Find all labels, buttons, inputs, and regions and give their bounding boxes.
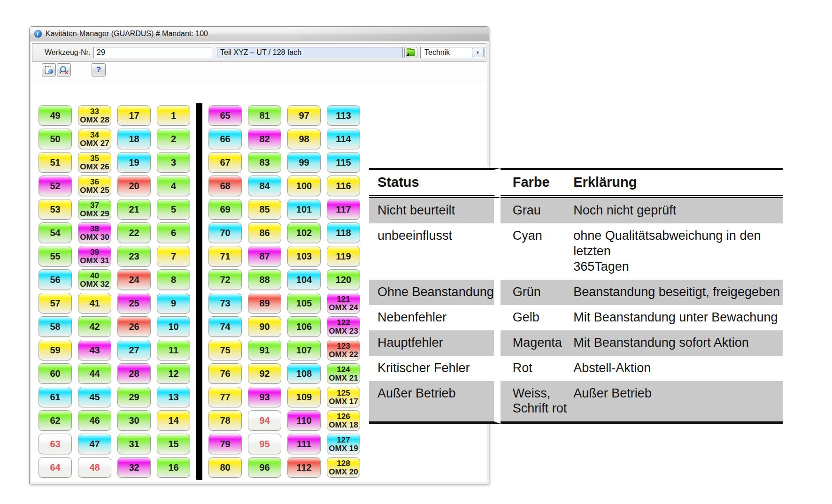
cavity-cell-56[interactable]: 56 [39, 269, 72, 290]
cavity-cell-70[interactable]: 70 [208, 222, 242, 243]
cavity-cell-34[interactable]: 34OMX 27 [78, 129, 111, 149]
tool-overview-button[interactable] [42, 63, 56, 76]
help-button[interactable]: ? [92, 63, 106, 76]
cavity-cell-58[interactable]: 58 [39, 316, 72, 337]
cavity-cell-97[interactable]: 97 [287, 105, 321, 126]
cavity-cell-46[interactable]: 46 [78, 410, 111, 431]
cavity-cell-114[interactable]: 114 [327, 129, 360, 149]
cavity-cell-59[interactable]: 59 [39, 340, 72, 360]
cavity-cell-128[interactable]: 128OMX 20 [327, 457, 360, 478]
cavity-cell-23[interactable]: 23 [117, 246, 151, 267]
cavity-cell-113[interactable]: 113 [327, 105, 360, 126]
cavity-cell-122[interactable]: 122OMX 23 [327, 316, 360, 337]
cavity-cell-35[interactable]: 35OMX 26 [78, 152, 111, 173]
cavity-cell-61[interactable]: 61 [39, 387, 72, 407]
cavity-cell-124[interactable]: 124OMX 21 [327, 363, 360, 384]
cavity-cell-27[interactable]: 27 [117, 340, 151, 360]
cavity-cell-85[interactable]: 85 [248, 199, 281, 220]
cavity-cell-64[interactable]: 64 [39, 457, 72, 478]
cavity-cell-126[interactable]: 126OMX 18 [327, 410, 360, 431]
category-combobox[interactable]: Technik ▼ [420, 47, 485, 58]
cavity-cell-12[interactable]: 12 [157, 363, 190, 384]
cavity-cell-44[interactable]: 44 [78, 363, 111, 384]
cavity-cell-81[interactable]: 81 [248, 105, 281, 126]
cavity-cell-31[interactable]: 31 [117, 434, 151, 454]
cavity-cell-26[interactable]: 26 [117, 316, 151, 337]
cavity-cell-29[interactable]: 29 [117, 387, 151, 407]
cavity-cell-38[interactable]: 38OMX 30 [78, 222, 111, 243]
cavity-cell-16[interactable]: 16 [157, 457, 190, 478]
cavity-cell-4[interactable]: 4 [157, 176, 190, 196]
cavity-cell-57[interactable]: 57 [39, 293, 72, 313]
cavity-cell-103[interactable]: 103 [287, 246, 321, 267]
cavity-cell-8[interactable]: 8 [157, 269, 190, 290]
cavity-cell-3[interactable]: 3 [157, 152, 190, 173]
cavity-cell-30[interactable]: 30 [117, 410, 151, 431]
cavity-cell-80[interactable]: 80 [208, 457, 242, 478]
cavity-cell-120[interactable]: 120 [327, 269, 360, 290]
cavity-cell-21[interactable]: 21 [117, 199, 151, 220]
cavity-cell-121[interactable]: 121OMX 24 [327, 293, 360, 313]
cavity-cell-48[interactable]: 48 [78, 457, 111, 478]
cavity-cell-45[interactable]: 45 [78, 387, 111, 407]
cavity-cell-82[interactable]: 82 [248, 129, 281, 149]
cavity-cell-71[interactable]: 71 [208, 246, 242, 267]
cavity-cell-119[interactable]: 119 [327, 246, 360, 267]
cavity-cell-20[interactable]: 20 [117, 176, 151, 196]
cavity-cell-2[interactable]: 2 [157, 129, 190, 149]
cavity-cell-96[interactable]: 96 [248, 457, 281, 478]
cavity-cell-54[interactable]: 54 [39, 222, 72, 243]
cavity-cell-28[interactable]: 28 [117, 363, 151, 384]
cavity-cell-90[interactable]: 90 [248, 316, 281, 337]
part-description-input[interactable] [217, 47, 403, 58]
cavity-cell-47[interactable]: 47 [78, 434, 111, 454]
cavity-cell-91[interactable]: 91 [248, 340, 281, 360]
cavity-cell-39[interactable]: 39OMX 31 [78, 246, 111, 267]
cavity-cell-125[interactable]: 125OMX 17 [327, 387, 360, 407]
cavity-cell-68[interactable]: 68 [208, 176, 242, 196]
cavity-cell-32[interactable]: 32 [117, 457, 151, 478]
cavity-cell-52[interactable]: 52 [39, 176, 72, 196]
cavity-cell-101[interactable]: 101 [287, 199, 321, 220]
cavity-cell-74[interactable]: 74 [208, 316, 242, 337]
cavity-cell-78[interactable]: 78 [208, 410, 242, 431]
cavity-cell-108[interactable]: 108 [287, 363, 321, 384]
cavity-cell-7[interactable]: 7 [157, 246, 190, 267]
cavity-cell-50[interactable]: 50 [39, 129, 72, 149]
cavity-cell-65[interactable]: 65 [208, 105, 242, 126]
cavity-cell-110[interactable]: 110 [287, 410, 321, 431]
cavity-cell-117[interactable]: 117 [327, 199, 360, 220]
cavity-cell-127[interactable]: 127OMX 19 [327, 434, 360, 454]
cavity-cell-115[interactable]: 115 [327, 152, 360, 173]
cavity-cell-25[interactable]: 25 [117, 293, 151, 313]
cavity-cell-22[interactable]: 22 [117, 222, 151, 243]
cavity-cell-118[interactable]: 118 [327, 222, 360, 243]
cavity-cell-67[interactable]: 67 [208, 152, 242, 173]
cavity-cell-53[interactable]: 53 [39, 199, 72, 220]
cavity-cell-76[interactable]: 76 [208, 363, 242, 384]
cavity-cell-19[interactable]: 19 [117, 152, 151, 173]
cavity-cell-105[interactable]: 105 [287, 293, 321, 313]
cavity-cell-15[interactable]: 15 [157, 434, 190, 454]
cavity-cell-93[interactable]: 93 [248, 387, 281, 407]
cavity-cell-109[interactable]: 109 [287, 387, 321, 407]
cavity-cell-95[interactable]: 95 [248, 434, 281, 454]
cavity-cell-33[interactable]: 33OMX 28 [78, 105, 111, 126]
cavity-cell-84[interactable]: 84 [248, 176, 281, 196]
cavity-cell-102[interactable]: 102 [287, 222, 321, 243]
cavity-cell-92[interactable]: 92 [248, 363, 281, 384]
cavity-cell-13[interactable]: 13 [157, 387, 190, 407]
cavity-cell-40[interactable]: 40OMX 32 [78, 269, 111, 290]
cavity-cell-106[interactable]: 106 [287, 316, 321, 337]
cavity-cell-37[interactable]: 37OMX 29 [78, 199, 111, 220]
cavity-cell-98[interactable]: 98 [287, 129, 321, 149]
cavity-cell-49[interactable]: 49 [39, 105, 72, 126]
cavity-cell-17[interactable]: 17 [117, 105, 151, 126]
cavity-cell-14[interactable]: 14 [157, 410, 190, 431]
cavity-cell-116[interactable]: 116 [327, 176, 360, 196]
cavity-cell-36[interactable]: 36OMX 25 [78, 176, 111, 196]
tool-number-input[interactable] [93, 47, 212, 58]
cavity-cell-83[interactable]: 83 [248, 152, 281, 173]
chevron-down-icon[interactable]: ▼ [472, 48, 484, 57]
cavity-cell-75[interactable]: 75 [208, 340, 242, 360]
